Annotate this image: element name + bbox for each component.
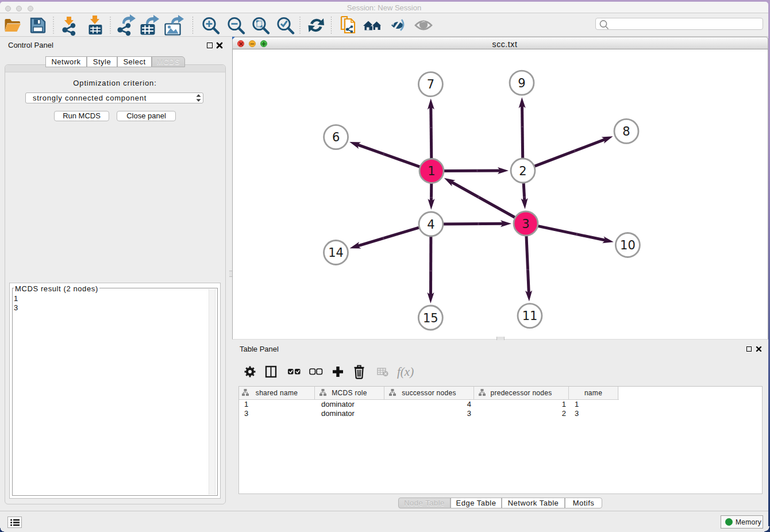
svg-text:8: 8 [622,125,630,138]
svg-text:6: 6 [332,130,340,144]
svg-text:4: 4 [427,218,434,232]
svg-text:1: 1 [428,164,435,178]
svg-text:3: 3 [522,217,529,231]
svg-text:10: 10 [620,238,636,252]
svg-text:14: 14 [328,246,344,260]
svg-text:7: 7 [427,78,434,91]
svg-text:15: 15 [423,311,438,325]
svg-text:2: 2 [519,164,526,178]
svg-text:f(x): f(x) [397,365,414,379]
svg-text:11: 11 [522,309,538,323]
svg-text:9: 9 [518,76,525,90]
